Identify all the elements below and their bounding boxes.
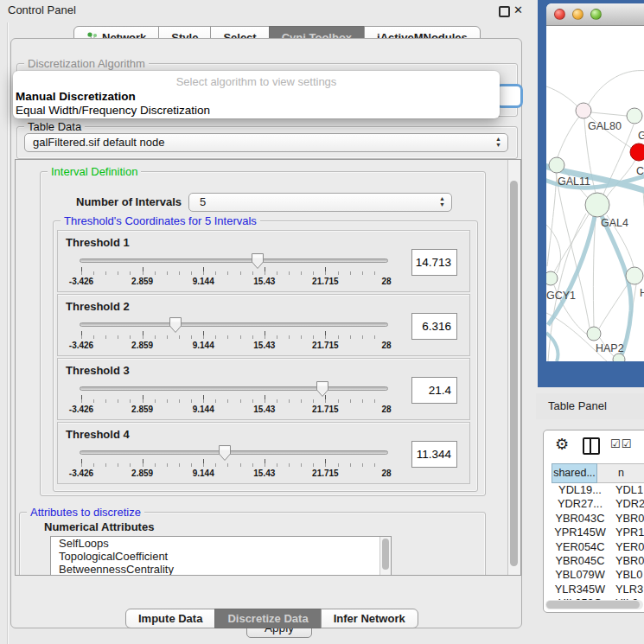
slider-track[interactable] (80, 450, 388, 455)
table-row[interactable]: YLR345WYLR3 (552, 583, 644, 596)
table-row[interactable]: YDR27...YDR2 (552, 497, 644, 511)
gear-icon[interactable]: ⚙ (555, 435, 569, 454)
table-cell[interactable]: YPR145W (552, 526, 609, 539)
network-node-label-hap2: HAP2 (596, 342, 624, 354)
table-cell[interactable]: YDL1 (609, 483, 643, 497)
table-cell[interactable]: YDR27... (552, 497, 609, 511)
close-icon[interactable]: ✕ (513, 3, 523, 16)
attributes-scrollbar[interactable] (379, 537, 391, 576)
threshold-value-field[interactable]: 6.316 (411, 313, 457, 340)
table-cell[interactable]: YER0 (609, 540, 644, 554)
columns-icon[interactable] (583, 437, 600, 455)
network-node-h-node[interactable] (626, 267, 643, 284)
settings-scroll-panel: Interval Definition Number of Intervals … (15, 159, 521, 576)
slider-track[interactable] (80, 386, 388, 391)
threshold-slider[interactable]: -3.4262.8599.14415.4321.71528 (80, 316, 388, 354)
slider-tick-labels: -3.4262.8599.14415.4321.71528 (81, 341, 386, 351)
tab-label: Discretize Data (227, 612, 308, 625)
slider-ticks (81, 331, 386, 339)
threshold-value-field[interactable]: 14.713 (411, 249, 457, 276)
threshold-slider[interactable]: -3.4262.8599.14415.4321.71528 (80, 379, 388, 418)
network-node-label-gal-red: C (636, 165, 644, 177)
network-node-label-gal11: GAL11 (558, 175, 590, 188)
table-cell[interactable]: YLR3 (609, 583, 643, 596)
number-of-intervals-spinner[interactable]: 5 ▲▼ (188, 193, 452, 212)
network-node-gal80[interactable] (576, 103, 591, 118)
threshold-value-field[interactable]: 21.4 (411, 377, 457, 404)
table-cell[interactable]: YBL0 (609, 568, 642, 582)
zoom-traffic-light-icon[interactable] (590, 9, 602, 20)
threshold-slider[interactable]: -3.4262.8599.14415.4321.71528 (80, 252, 388, 290)
table-cell[interactable]: YBL079W (552, 568, 609, 582)
float-window-icon[interactable] (499, 6, 510, 17)
algorithm-option-equal-width[interactable]: Equal Width/Frequency Discretization (13, 104, 500, 118)
table-data-combobox[interactable]: galFiltered.sif default node ▲▼ (24, 133, 508, 152)
network-node-gal-red[interactable] (630, 143, 644, 161)
tab-impute-data[interactable]: Impute Data (125, 609, 215, 628)
tick-label: 9.144 (193, 405, 214, 414)
table-cell[interactable]: YBR043C (552, 512, 609, 526)
table-row[interactable]: YBR043CYBR0 (552, 512, 644, 526)
interval-definition-group: Interval Definition Number of Intervals … (40, 171, 486, 496)
slider-track[interactable] (80, 322, 388, 327)
table-row[interactable]: YPR145WYPR1 (552, 526, 644, 539)
spinner-arrows-icon: ▲▼ (439, 195, 445, 207)
attribute-list-item[interactable]: TopologicalCoefficient (51, 550, 391, 563)
network-node-gal11[interactable] (549, 157, 564, 173)
network-window[interactable]: GAL80G.CGAL11GAL4GCY1HHAP2 (546, 3, 644, 361)
network-node-gal7[interactable] (627, 108, 642, 124)
column-header-shared-name[interactable]: shared... (552, 463, 597, 483)
minimize-traffic-light-icon[interactable] (572, 9, 583, 20)
table-row[interactable]: YBL079WYBL0 (552, 568, 644, 582)
algorithm-option-manual[interactable]: Manual Discretization (13, 90, 500, 104)
checkbox-icons[interactable]: ☑☑ (610, 437, 632, 450)
threshold-box: Threshold 4 -3.4262.8599.14415.4321.7152… (57, 422, 470, 484)
network-node-hap2[interactable] (587, 327, 601, 341)
table-horizontal-scrollbar[interactable] (545, 600, 643, 609)
table-cell[interactable]: YPR1 (609, 526, 644, 539)
network-node-bottom[interactable] (613, 354, 625, 361)
cyni-toolbox-panel: Discretization Algorithm Table Data galF… (10, 38, 522, 628)
tick-label: 9.144 (193, 277, 214, 286)
table-cell[interactable]: YBR0 (609, 512, 644, 526)
table-header-row: shared... n (552, 463, 644, 483)
table-cell[interactable]: YLR345W (552, 583, 609, 596)
column-header-name[interactable]: n (597, 463, 644, 483)
tick-label: 2.859 (131, 405, 153, 414)
table-cell[interactable]: YER054C (552, 540, 609, 554)
slider-track[interactable] (80, 258, 388, 263)
attributes-scrollbar-thumb[interactable] (382, 539, 389, 570)
table-row[interactable]: YER054CYER0 (552, 540, 644, 554)
table-cell[interactable]: YDR2 (609, 497, 644, 511)
network-node-gal4[interactable] (585, 193, 609, 217)
network-node-label-h-node: H (640, 287, 644, 299)
table-row[interactable]: YDL19...YDL1 (552, 483, 644, 497)
discretization-algorithm-title: Discretization Algorithm (24, 57, 149, 70)
threshold-label: Threshold 2 (66, 300, 130, 313)
table-data-title: Table Data (24, 120, 85, 133)
table-row[interactable]: YBR045CYBR0 (552, 554, 644, 568)
table-panel-card: ⚙ ☑☑ shared... n YDL19...YDL1YDR27...YDR… (543, 430, 644, 613)
close-traffic-light-icon[interactable] (554, 9, 565, 20)
attribute-list-item[interactable]: SelfLoops (51, 537, 391, 550)
settings-scrollbar-thumb[interactable] (510, 181, 518, 566)
table-cell[interactable]: YBR0 (609, 554, 644, 568)
numerical-attributes-list[interactable]: SelfLoopsTopologicalCoefficientBetweenne… (50, 536, 392, 576)
threshold-slider[interactable]: -3.4262.8599.14415.4321.71528 (80, 443, 388, 481)
tab-infer-network[interactable]: Infer Network (321, 609, 418, 628)
algorithm-prompt-option[interactable]: Select algorithm to view settings (13, 71, 500, 90)
network-node-label-gal4: GAL4 (601, 217, 628, 229)
tick-label: -3.426 (69, 341, 93, 350)
table-panel-title: Table Panel (548, 399, 607, 412)
attribute-list-item[interactable]: BetweennessCentrality (51, 563, 391, 576)
table-cell[interactable]: YDL19... (552, 483, 609, 497)
table-toolbar: ⚙ ☑☑ (544, 430, 644, 460)
threshold-label: Threshold 1 (66, 236, 130, 249)
threshold-value-field[interactable]: 11.344 (411, 441, 457, 468)
settings-scrollbar[interactable] (507, 160, 520, 575)
tab-discretize-data[interactable]: Discretize Data (214, 609, 321, 628)
table-hscrollbar-thumb[interactable] (546, 601, 640, 609)
network-node-gcy1[interactable] (546, 271, 558, 285)
table-cell[interactable]: YBR045C (552, 554, 609, 568)
network-canvas[interactable]: GAL80G.CGAL11GAL4GCY1HHAP2 (546, 26, 644, 361)
